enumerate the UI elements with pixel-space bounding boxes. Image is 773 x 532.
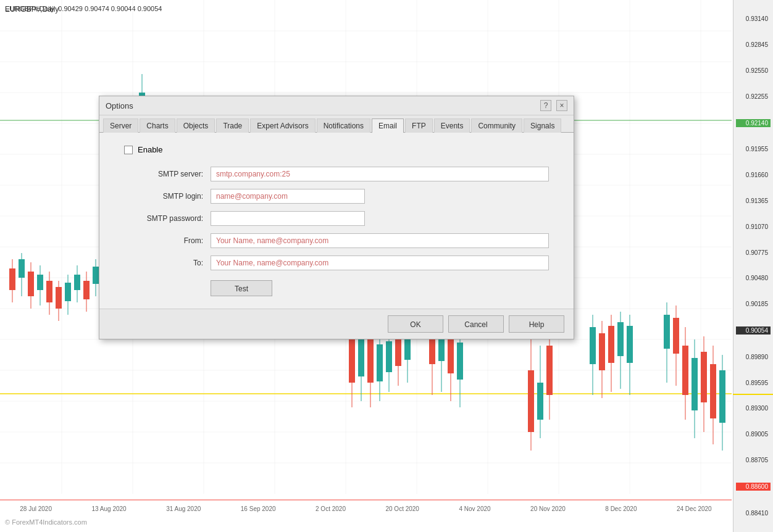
- price-0.92255: 0.92255: [736, 93, 771, 100]
- svg-rect-111: [457, 343, 463, 380]
- enable-label: Enable: [138, 145, 162, 154]
- svg-rect-37: [46, 281, 52, 302]
- date-label-4: 16 Sep 2020: [241, 505, 276, 512]
- enable-row: Enable: [124, 145, 549, 154]
- to-row: To:: [124, 256, 549, 270]
- svg-rect-113: [528, 370, 534, 432]
- svg-rect-137: [701, 352, 707, 402]
- tab-expert-advisors[interactable]: Expert Advisors: [250, 118, 315, 133]
- dialog-controls: ? ×: [540, 100, 567, 111]
- svg-rect-29: [9, 268, 15, 290]
- date-label-3: 31 Aug 2020: [166, 505, 201, 512]
- enable-checkbox[interactable]: [124, 146, 133, 154]
- svg-rect-101: [395, 336, 401, 366]
- price-axis: 0.93140 0.92845 0.92550 0.92255 0.92140 …: [733, 0, 773, 532]
- tab-events[interactable]: Events: [434, 118, 470, 133]
- price-0.89890: 0.89890: [736, 354, 771, 360]
- price-0.89300: 0.89300: [736, 405, 771, 412]
- options-dialog: Options ? × Server Charts Objects Trade …: [99, 96, 574, 339]
- price-0.88410: 0.88410: [736, 510, 771, 517]
- from-input[interactable]: [211, 233, 549, 248]
- test-button[interactable]: Test: [211, 280, 272, 296]
- svg-rect-135: [692, 358, 698, 410]
- svg-rect-129: [664, 315, 670, 349]
- smtp-server-row: SMTP server:: [124, 167, 549, 181]
- svg-rect-115: [537, 383, 543, 420]
- price-0.90185: 0.90185: [736, 301, 771, 307]
- svg-rect-127: [627, 326, 633, 363]
- date-label-8: 20 Nov 2020: [530, 505, 566, 512]
- date-label-1: 28 Jul 2020: [20, 505, 52, 512]
- svg-rect-131: [673, 318, 679, 354]
- tab-server[interactable]: Server: [103, 118, 138, 133]
- price-0.91365: 0.91365: [736, 197, 771, 204]
- price-0.88705: 0.88705: [736, 457, 771, 463]
- tab-trade[interactable]: Trade: [216, 118, 249, 133]
- date-label-7: 4 Nov 2020: [459, 505, 490, 512]
- svg-rect-47: [93, 267, 99, 284]
- test-button-row: Test: [124, 280, 549, 296]
- svg-rect-117: [546, 346, 553, 395]
- svg-rect-133: [682, 346, 688, 395]
- from-label: From:: [124, 236, 211, 245]
- price-0.93140: 0.93140: [736, 15, 771, 22]
- price-0.90480: 0.90480: [736, 275, 771, 281]
- help-button[interactable]: Help: [509, 315, 564, 333]
- help-icon-button[interactable]: ?: [540, 100, 551, 111]
- svg-rect-33: [28, 272, 34, 296]
- dialog-titlebar: Options ? ×: [99, 96, 574, 115]
- date-label-5: 2 Oct 2020: [315, 505, 346, 512]
- tab-ftp[interactable]: FTP: [405, 118, 433, 133]
- svg-rect-97: [377, 344, 383, 381]
- date-label-10: 24 Dec 2020: [677, 505, 712, 512]
- svg-rect-45: [83, 281, 90, 299]
- svg-rect-125: [617, 322, 624, 356]
- to-input[interactable]: [211, 256, 549, 270]
- tab-bar: Server Charts Objects Trade Expert Advis…: [99, 115, 574, 133]
- yellow-price-label: [733, 394, 773, 395]
- dialog-content: Enable SMTP server: SMTP login: SMTP pas…: [99, 133, 574, 309]
- svg-rect-139: [710, 364, 716, 418]
- price-0.92550: 0.92550: [736, 67, 771, 74]
- ok-button[interactable]: OK: [388, 315, 443, 333]
- tab-community[interactable]: Community: [471, 118, 522, 133]
- to-label: To:: [124, 259, 211, 267]
- price-0.91955: 0.91955: [736, 146, 771, 152]
- svg-rect-99: [386, 341, 392, 372]
- smtp-server-label: SMTP server:: [124, 170, 211, 178]
- smtp-password-label: SMTP password:: [124, 214, 211, 223]
- tab-charts[interactable]: Charts: [140, 118, 175, 133]
- date-label-2: 13 Aug 2020: [91, 505, 126, 512]
- smtp-server-input[interactable]: [211, 167, 549, 181]
- svg-rect-95: [367, 336, 374, 383]
- watermark: © ForexMT4Indicators.com: [5, 518, 87, 526]
- svg-rect-141: [719, 370, 725, 423]
- svg-rect-35: [37, 275, 43, 290]
- date-axis: 28 Jul 2020 13 Aug 2020 31 Aug 2020 16 S…: [0, 505, 732, 512]
- price-0.91070: 0.91070: [736, 223, 771, 230]
- date-label-9: 8 Dec 2020: [605, 505, 637, 512]
- svg-rect-41: [65, 283, 71, 301]
- cancel-button[interactable]: Cancel: [448, 315, 504, 333]
- svg-rect-43: [74, 275, 80, 290]
- tab-signals[interactable]: Signals: [524, 118, 561, 133]
- price-0.90775: 0.90775: [736, 249, 771, 256]
- svg-rect-39: [56, 287, 62, 309]
- price-0.88600: 0.88600: [736, 483, 771, 491]
- close-button[interactable]: ×: [556, 100, 567, 111]
- date-label-6: 20 Oct 2020: [385, 505, 419, 512]
- smtp-password-input[interactable]: [211, 211, 365, 226]
- from-row: From:: [124, 233, 549, 248]
- dialog-title: Options: [106, 101, 133, 110]
- svg-rect-31: [19, 259, 25, 278]
- tab-email[interactable]: Email: [372, 118, 404, 133]
- smtp-login-label: SMTP login:: [124, 192, 211, 201]
- price-0.90054: 0.90054: [736, 326, 771, 335]
- smtp-login-row: SMTP login:: [124, 189, 549, 204]
- tab-objects[interactable]: Objects: [177, 118, 215, 133]
- svg-rect-123: [608, 326, 614, 363]
- smtp-login-input[interactable]: [211, 189, 365, 204]
- svg-rect-121: [599, 333, 605, 370]
- tab-notifications[interactable]: Notifications: [317, 118, 370, 133]
- price-0.92140: 0.92140: [736, 119, 771, 127]
